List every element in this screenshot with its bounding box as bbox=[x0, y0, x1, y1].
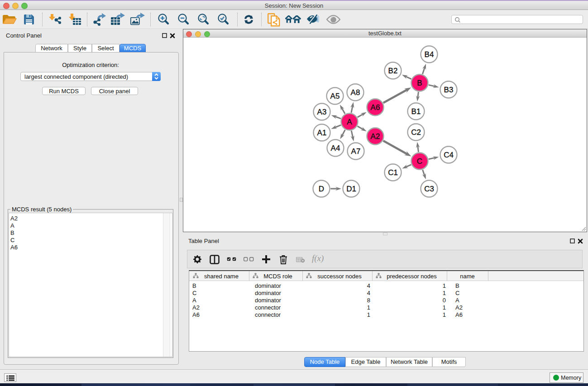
svg-text:A6: A6 bbox=[371, 103, 380, 112]
svg-text:A4: A4 bbox=[331, 144, 340, 152]
svg-text:A8: A8 bbox=[351, 88, 360, 97]
svg-text:A7: A7 bbox=[351, 147, 361, 156]
svg-text:C3: C3 bbox=[424, 185, 434, 193]
svg-text:A5: A5 bbox=[330, 92, 340, 100]
svg-text:B3: B3 bbox=[444, 86, 454, 94]
svg-text:B1: B1 bbox=[411, 107, 421, 116]
svg-text:C4: C4 bbox=[444, 151, 454, 159]
svg-text:A: A bbox=[347, 118, 352, 126]
svg-text:C2: C2 bbox=[411, 128, 421, 137]
svg-text:D: D bbox=[319, 185, 324, 193]
svg-text:D1: D1 bbox=[346, 185, 356, 193]
svg-text:B: B bbox=[417, 79, 422, 87]
svg-text:B4: B4 bbox=[425, 50, 434, 59]
svg-text:C1: C1 bbox=[388, 168, 398, 177]
svg-text:A3: A3 bbox=[317, 108, 327, 116]
svg-text:A2: A2 bbox=[371, 132, 380, 141]
svg-text:C: C bbox=[417, 157, 422, 166]
svg-text:B2: B2 bbox=[388, 67, 398, 75]
svg-text:A1: A1 bbox=[317, 129, 327, 137]
